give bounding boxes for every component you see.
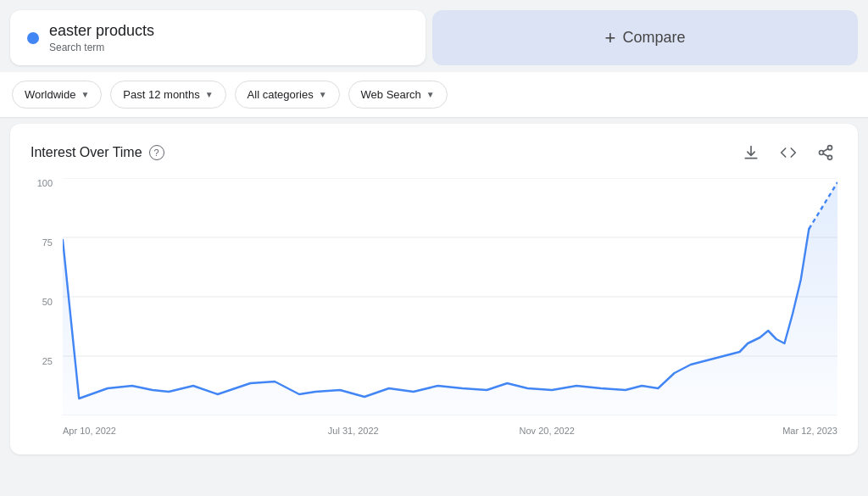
chart-title-area: Interest Over Time ? xyxy=(31,145,164,160)
chevron-down-icon: ▼ xyxy=(319,90,327,99)
download-button[interactable] xyxy=(739,141,763,164)
compare-plus-icon: + xyxy=(605,27,616,49)
filter-time-label: Past 12 months xyxy=(123,88,199,101)
x-axis-labels: Apr 10, 2022 Jul 31, 2022 Nov 20, 2022 M… xyxy=(63,421,837,441)
chart-plot-area xyxy=(63,178,837,415)
filter-category[interactable]: All categories ▼ xyxy=(235,81,340,109)
top-section: easter products Search term + Compare xyxy=(0,0,868,72)
line-chart-svg xyxy=(63,178,837,415)
chevron-down-icon: ▼ xyxy=(426,90,435,99)
compare-label: Compare xyxy=(622,29,685,47)
chevron-down-icon: ▼ xyxy=(81,90,89,99)
embed-button[interactable] xyxy=(776,141,800,164)
filter-category-label: All categories xyxy=(248,88,314,101)
filter-search-type[interactable]: Web Search ▼ xyxy=(348,81,448,109)
x-label-nov-2022: Nov 20, 2022 xyxy=(450,426,644,436)
search-term-dot xyxy=(27,32,39,44)
x-label-mar-2023: Mar 12, 2023 xyxy=(644,426,838,436)
chart-section: Interest Over Time ? xyxy=(10,124,858,454)
filter-location-label: Worldwide xyxy=(25,88,75,101)
filters-bar: Worldwide ▼ Past 12 months ▼ All categor… xyxy=(0,72,868,117)
svg-line-4 xyxy=(823,153,828,156)
search-term-text: easter products Search term xyxy=(49,22,154,53)
x-label-jul-2022: Jul 31, 2022 xyxy=(257,426,451,436)
chart-container: 100 75 50 25 xyxy=(31,178,837,441)
download-icon xyxy=(743,144,760,161)
y-label-50: 50 xyxy=(42,297,53,307)
share-button[interactable] xyxy=(814,141,837,164)
search-term-name: easter products xyxy=(49,22,154,40)
chart-actions xyxy=(739,141,837,164)
filter-time[interactable]: Past 12 months ▼ xyxy=(110,81,225,109)
y-axis-labels: 100 75 50 25 xyxy=(31,178,58,415)
share-icon xyxy=(817,144,834,161)
search-term-card: easter products Search term xyxy=(10,10,426,65)
chart-title: Interest Over Time xyxy=(31,145,142,160)
x-label-apr-2022: Apr 10, 2022 xyxy=(63,426,257,436)
svg-line-5 xyxy=(823,148,828,151)
help-icon[interactable]: ? xyxy=(149,145,164,160)
filter-search-type-label: Web Search xyxy=(361,88,421,101)
search-term-type: Search term xyxy=(49,42,154,53)
y-label-100: 100 xyxy=(37,178,53,188)
filter-location[interactable]: Worldwide ▼ xyxy=(12,81,102,109)
chart-header: Interest Over Time ? xyxy=(31,141,837,164)
chevron-down-icon: ▼ xyxy=(205,90,214,99)
chart-area-fill xyxy=(63,182,837,415)
embed-icon xyxy=(780,144,797,161)
compare-button[interactable]: + Compare xyxy=(432,10,858,65)
y-label-75: 75 xyxy=(42,237,53,248)
y-label-25: 25 xyxy=(42,356,53,366)
